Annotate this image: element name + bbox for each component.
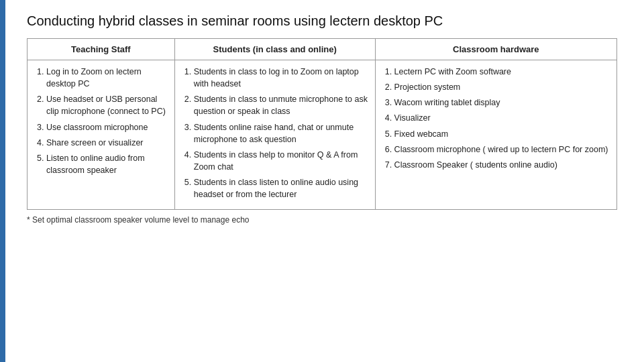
list-item: Listen to online audio from classroom sp… [46, 152, 168, 176]
blue-sidebar [0, 0, 5, 362]
list-item: Visualizer [394, 112, 610, 124]
header-teaching-staff: Teaching Staff [28, 39, 175, 60]
list-item: Fixed webcam [394, 128, 610, 140]
list-item: Students in class to log in to Zoom on l… [194, 66, 368, 90]
teaching-staff-list: Log in to Zoom on lectern desktop PC Use… [34, 66, 168, 176]
teaching-staff-cell: Log in to Zoom on lectern desktop PC Use… [28, 60, 175, 210]
list-item: Lectern PC with Zoom software [394, 66, 610, 78]
list-item: Students in class help to monitor Q & A … [194, 149, 368, 173]
header-students: Students (in class and online) [174, 39, 375, 60]
list-item: Projection system [394, 81, 610, 93]
list-item: Classroom Speaker ( students online audi… [394, 159, 610, 171]
list-item: Log in to Zoom on lectern desktop PC [46, 66, 168, 90]
list-item: Classroom microphone ( wired up to lecte… [394, 143, 610, 156]
students-list: Students in class to log in to Zoom on l… [182, 66, 368, 200]
list-item: Use headset or USB personal clip microph… [46, 93, 168, 117]
list-item: Share screen or visualizer [46, 137, 168, 149]
hardware-list: Lectern PC with Zoom software Projection… [382, 66, 610, 171]
page-title: Conducting hybrid classes in seminar roo… [27, 13, 617, 29]
footnote-text: * Set optimal classroom speaker volume l… [27, 215, 617, 225]
list-item: Wacom writing tablet display [394, 97, 610, 109]
list-item: Students in class to unmute microphone t… [194, 93, 368, 117]
header-classroom-hardware: Classroom hardware [375, 39, 616, 60]
hardware-cell: Lectern PC with Zoom software Projection… [375, 60, 616, 210]
main-table: Teaching Staff Students (in class and on… [27, 38, 617, 210]
list-item: Students online raise hand, chat or unmu… [194, 121, 368, 145]
students-cell: Students in class to log in to Zoom on l… [174, 60, 375, 210]
list-item: Use classroom microphone [46, 121, 168, 133]
list-item: Students in class listen to online audio… [194, 176, 368, 200]
